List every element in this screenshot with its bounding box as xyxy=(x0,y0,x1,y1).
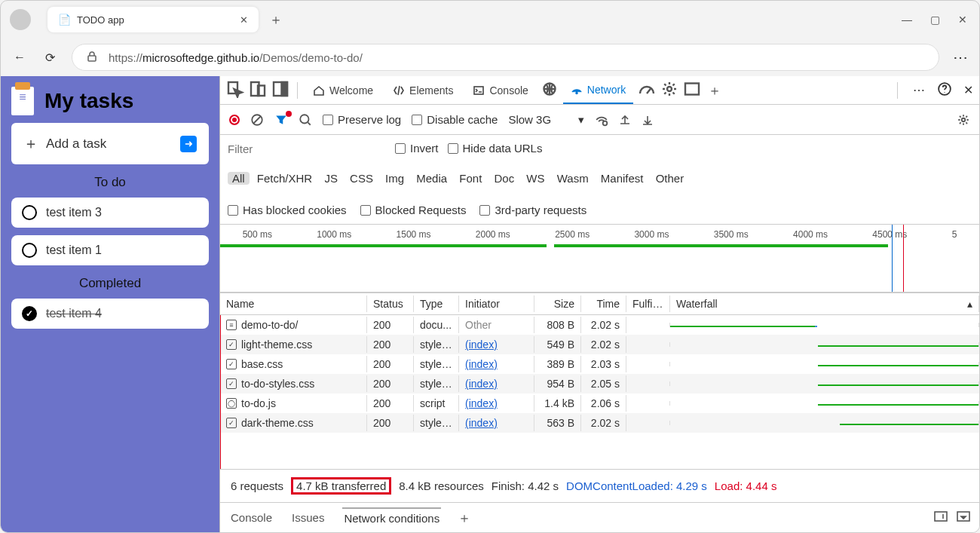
search-icon[interactable] xyxy=(299,113,312,127)
drawer-tab-console[interactable]: Console xyxy=(229,508,274,527)
checkbox-icon[interactable] xyxy=(22,243,37,258)
filter-type-img[interactable]: Img xyxy=(381,172,409,185)
filter-type-media[interactable]: Media xyxy=(412,172,452,185)
invert-checkbox[interactable]: Invert xyxy=(395,138,439,159)
back-button[interactable]: ← xyxy=(11,51,28,64)
refresh-button[interactable]: ⟳ xyxy=(41,51,58,65)
download-har-icon[interactable] xyxy=(642,114,654,126)
task-item[interactable]: test item 1 xyxy=(11,235,209,265)
file-type-icon: ✓ xyxy=(226,418,237,428)
plus-icon: ＋ xyxy=(23,133,38,154)
device-toggle-icon[interactable] xyxy=(249,80,267,100)
drawer-tab-network-conditions[interactable]: Network conditions xyxy=(342,507,441,528)
profile-avatar[interactable] xyxy=(10,9,31,30)
filter-type-other[interactable]: Other xyxy=(651,172,689,185)
tab-network[interactable]: Network xyxy=(563,76,633,104)
task-item[interactable]: test item 3 xyxy=(11,198,209,228)
performance-icon[interactable] xyxy=(638,80,656,100)
drawer-expand-icon[interactable] xyxy=(934,511,948,524)
network-settings-icon[interactable] xyxy=(957,113,970,127)
filter-type-ws[interactable]: WS xyxy=(522,172,549,185)
initiator-link[interactable]: (index) xyxy=(465,417,498,429)
submit-task-button[interactable]: ➜ xyxy=(180,136,197,152)
minimize-icon[interactable]: — xyxy=(902,14,912,26)
request-row[interactable]: ✓dark-theme.css200styles...(index)563 B2… xyxy=(220,413,979,433)
wifi-settings-icon[interactable] xyxy=(595,113,608,127)
request-row[interactable]: ✓light-theme.css200styles...(index)549 B… xyxy=(220,335,979,354)
browser-menu-button[interactable]: ⋯ xyxy=(953,48,969,66)
grid-header[interactable]: Name Status Type Initiator Size Time Ful… xyxy=(220,293,979,315)
browser-titlebar: 📄 TODO app ✕ ＋ — ▢ ✕ xyxy=(1,1,979,38)
tab-elements[interactable]: Elements xyxy=(385,76,461,104)
filter-input[interactable] xyxy=(228,142,386,155)
application-gear-icon[interactable] xyxy=(660,80,678,100)
svg-rect-6 xyxy=(474,87,483,94)
add-drawer-tab-icon[interactable]: ＋ xyxy=(458,509,471,527)
add-task-placeholder: Add a task xyxy=(46,136,106,152)
request-row[interactable]: ≡demo-to-do/200docu...Other808 B2.02 s xyxy=(220,315,979,335)
request-row[interactable]: ✓to-do-styles.css200styles...(index)954 … xyxy=(220,374,979,394)
add-task-input[interactable]: ＋ Add a task ➜ xyxy=(11,123,209,164)
devtools-tabs: Welcome Elements Console Network ＋ ⋯ ✕ xyxy=(220,76,979,105)
network-timeline[interactable]: 500 ms1000 ms1500 ms2000 ms2500 ms3000 m… xyxy=(220,225,979,293)
checkbox-icon[interactable] xyxy=(22,205,37,220)
address-bar-row: ← ⟳ https://microsoftedge.github.io/Demo… xyxy=(1,38,979,76)
dock-icon[interactable] xyxy=(271,80,289,100)
filter-type-fetchxhr[interactable]: Fetch/XHR xyxy=(253,172,317,185)
disable-cache-checkbox[interactable]: Disable cache xyxy=(412,113,498,126)
clear-button[interactable] xyxy=(250,113,264,127)
throttling-dropdown[interactable]: Slow 3G▾ xyxy=(508,113,584,127)
blocked-cookies-checkbox[interactable]: Has blocked cookies xyxy=(228,200,347,221)
tab-title: TODO app xyxy=(77,14,240,26)
close-tab-icon[interactable]: ✕ xyxy=(240,14,248,26)
filter-type-font[interactable]: Font xyxy=(455,172,486,185)
initiator-link[interactable]: (index) xyxy=(465,358,498,370)
sources-icon[interactable] xyxy=(541,80,559,100)
browser-tab[interactable]: 📄 TODO app ✕ xyxy=(47,7,259,32)
blocked-requests-checkbox[interactable]: Blocked Requests xyxy=(360,200,467,221)
network-request-grid: Name Status Type Initiator Size Time Ful… xyxy=(220,293,979,469)
upload-har-icon[interactable] xyxy=(619,114,631,126)
initiator-link[interactable]: (index) xyxy=(465,378,498,390)
hide-data-urls-checkbox[interactable]: Hide data URLs xyxy=(448,138,543,159)
filter-type-css[interactable]: CSS xyxy=(345,172,378,185)
drawer-dock-icon[interactable] xyxy=(957,511,970,524)
maximize-icon[interactable]: ▢ xyxy=(930,14,940,26)
request-row[interactable]: ✓base.css200styles...(index)389 B2.03 s xyxy=(220,354,979,374)
svg-point-9 xyxy=(667,87,672,91)
record-button[interactable] xyxy=(229,115,240,125)
filter-toggle-icon[interactable] xyxy=(274,113,288,127)
filter-type-doc[interactable]: Doc xyxy=(489,172,519,185)
tab-console[interactable]: Console xyxy=(465,76,535,104)
todo-app-pane: My tasks ＋ Add a task ➜ To do test item … xyxy=(1,76,219,532)
request-row[interactable]: ◯to-do.js200script(index)1.4 kB2.06 s xyxy=(220,394,979,413)
initiator-link[interactable]: (index) xyxy=(465,397,498,409)
new-tab-button[interactable]: ＋ xyxy=(269,11,283,29)
filter-type-wasm[interactable]: Wasm xyxy=(553,172,593,185)
third-party-checkbox[interactable]: 3rd-party requests xyxy=(479,200,586,221)
more-tabs-icon[interactable] xyxy=(683,80,701,100)
lock-icon[interactable] xyxy=(86,51,98,65)
task-item-completed[interactable]: test item 4 xyxy=(11,299,209,329)
help-icon[interactable] xyxy=(938,82,951,98)
devtools-pane: Welcome Elements Console Network ＋ ⋯ ✕ P… xyxy=(219,76,979,532)
checkbox-checked-icon[interactable] xyxy=(22,306,37,321)
close-devtools-icon[interactable]: ✕ xyxy=(963,83,973,97)
svg-point-14 xyxy=(603,121,608,125)
address-bar[interactable]: https://microsoftedge.github.io/Demos/de… xyxy=(72,44,939,71)
inspect-icon[interactable] xyxy=(226,80,244,100)
close-icon[interactable]: ✕ xyxy=(958,14,967,26)
filter-type-all[interactable]: All xyxy=(228,172,250,185)
tab-welcome[interactable]: Welcome xyxy=(305,76,381,104)
page-icon: 📄 xyxy=(58,14,71,26)
clipboard-icon xyxy=(11,87,34,115)
filter-type-js[interactable]: JS xyxy=(320,172,342,185)
drawer-tab-issues[interactable]: Issues xyxy=(290,508,326,527)
initiator-link[interactable]: (index) xyxy=(465,338,498,351)
filter-type-manifest[interactable]: Manifest xyxy=(596,172,648,185)
add-tab-icon[interactable]: ＋ xyxy=(706,81,724,100)
devtools-menu-button[interactable]: ⋯ xyxy=(913,83,926,97)
preserve-log-checkbox[interactable]: Preserve log xyxy=(323,113,401,126)
transferred-size: 4.7 kB transferred xyxy=(291,477,391,495)
network-filter-bar: Invert Hide data URLs All Fetch/XHR JS C… xyxy=(220,135,979,225)
